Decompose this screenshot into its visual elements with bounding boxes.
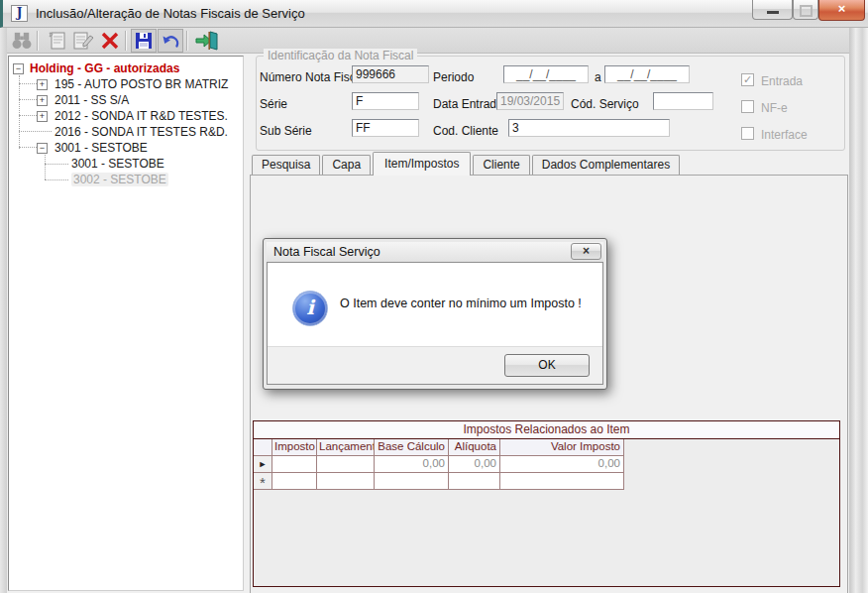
ok-button[interactable]: OK [504,354,590,377]
grid-cell-imposto[interactable] [272,456,317,473]
tab-bar: Pesquisa Capa Item/Impostos Cliente Dado… [252,154,682,175]
grid-cell-aliquota[interactable]: 0,00 [449,456,500,473]
close-button[interactable]: × [818,0,865,21]
grid-cell-valor[interactable]: 0,00 [500,456,624,473]
numero-nota-label: Número Nota Fiscal [260,70,365,84]
tree-connector [19,83,37,84]
impostos-grid: Impostos Relacionados ao Item Imposto La… [253,420,840,587]
delete-icon[interactable] [97,29,123,53]
numero-nota-field: 999666 [352,65,429,83]
tree-expander-root[interactable]: − [13,63,24,74]
grid-row-new: * [254,473,839,490]
toolbar-separator [186,31,187,51]
sub-serie-field[interactable]: FF [352,119,419,137]
maximize-button [793,0,818,20]
tree-expander[interactable]: − [37,143,48,154]
tree-connector [45,164,68,165]
periodo-to-field[interactable]: __/__/____ [604,65,690,83]
tree-expander[interactable]: + [37,79,48,90]
grid-cell-base[interactable] [375,473,449,490]
dialog-title: Nota Fiscal Serviço [273,245,380,259]
grid-cell-imposto[interactable] [272,473,317,490]
tab-dados-complementares[interactable]: Dados Complementares [532,155,680,175]
data-entrada-field: 19/03/2015 [496,92,564,110]
periodo-label: Periodo [433,70,474,84]
dialog-footer: OK [268,346,602,384]
tab-capa[interactable]: Capa [322,155,371,175]
grid-cell-lancamento[interactable] [317,456,375,473]
entrada-checkbox: ✓ [741,73,754,86]
identificacao-title: Identificação da Nota Fiscal [264,49,417,62]
tree-node[interactable]: 195 - AUTO POSTO BR MATRIZ [54,77,228,91]
exit-icon[interactable] [193,29,221,53]
dialog-close-button[interactable]: × [571,243,601,260]
title-bar: J Inclusão/Alteração de Notas Fiscais de… [0,0,868,28]
grid-col-valor-imposto: Valor Imposto [500,439,624,456]
cod-cliente-label: Cod. Cliente [433,124,498,138]
tree-expander[interactable]: + [37,111,48,122]
dialog-message: O Item deve conter no mínimo um Imposto … [340,296,582,310]
entrada-label: Entrada [761,74,803,88]
serie-field[interactable]: F [352,92,419,110]
tree-node[interactable]: 2012 - SONDA IT R&D TESTES. [54,109,228,123]
tree-node[interactable]: 2016 - SONDA IT TESTES R&D. [54,125,228,139]
tree-expander[interactable]: + [37,95,48,106]
minimize-icon [767,11,779,14]
data-entrada-label: Data Entrada [433,97,503,111]
tab-item-impostos[interactable]: Item/Impostos [373,152,471,176]
dialog-content: i O Item deve conter no mínimo um Impost… [267,262,603,385]
info-icon: i [292,291,328,326]
grid-col-lancamento: Lançamento [317,439,375,456]
maximize-icon [800,5,813,17]
row-current-selector-icon[interactable]: ► [254,456,272,473]
nfe-label: NF-e [761,101,788,115]
grid-cell-lancamento[interactable] [317,473,375,490]
app-window: J Inclusão/Alteração de Notas Fiscais de… [0,0,868,593]
toolbar-separator [125,31,126,51]
cod-servico-label: Cód. Serviço [571,97,639,111]
minimize-button[interactable] [752,0,793,20]
grid-cell-valor[interactable] [500,473,624,490]
tree-connector [19,99,37,100]
window-frame-left [0,28,7,593]
dialog-title-bar: Nota Fiscal Serviço × [267,242,603,262]
interface-label: Interface [761,128,808,142]
tree-node-selected[interactable]: 3002 - SESTOBE [71,173,168,186]
periodo-a-label: a [595,70,601,84]
window-frame-right [849,28,868,593]
grid-row-current: ► 0,00 0,00 0,00 [254,456,839,473]
cod-cliente-field[interactable]: 3 [508,119,670,137]
undo-icon[interactable] [158,29,183,53]
grid-col-imposto: Imposto [272,439,317,456]
grid-col-aliquota: Alíquota [449,439,500,456]
window-title: Inclusão/Alteração de Notas Fiscais de S… [36,6,305,21]
save-icon[interactable] [131,29,157,53]
tree-node-root[interactable]: Holding - GG - autorizadas [30,61,179,75]
grid-selector-header [254,439,272,456]
app-icon: J [11,5,28,22]
nfe-checkbox [741,100,754,113]
grid-cell-base[interactable]: 0,00 [375,456,449,473]
sub-serie-label: Sub Série [260,124,312,138]
impostos-grid-header: Imposto Lançamento Base Cálculo Alíquota… [254,439,839,456]
tree-node[interactable]: 2011 - SS S/A [54,93,129,107]
tree-connector [19,147,37,148]
grid-cell-aliquota[interactable] [449,473,500,490]
periodo-from-field[interactable]: __/__/____ [503,65,589,83]
row-new-selector-icon[interactable]: * [254,473,272,490]
tab-pesquisa[interactable]: Pesquisa [252,155,320,175]
serie-label: Série [260,97,287,111]
message-dialog: Nota Fiscal Serviço × i O Item deve cont… [263,238,607,390]
tab-cliente[interactable]: Cliente [473,155,529,175]
dialog-body: i O Item deve conter no mínimo um Impost… [268,263,602,346]
tree-node[interactable]: 3001 - SESTOBE [71,157,164,171]
main-toolbar [3,28,868,54]
grid-col-base-calculo: Base Cálculo [375,439,449,456]
tree-connector [45,153,46,179]
new-document-icon [45,29,70,53]
edit-document-icon [70,29,96,53]
interface-checkbox [741,127,754,140]
tree-node[interactable]: 3001 - SESTOBE [54,141,148,155]
cod-servico-field[interactable] [653,92,713,110]
tree-connector [19,75,20,149]
